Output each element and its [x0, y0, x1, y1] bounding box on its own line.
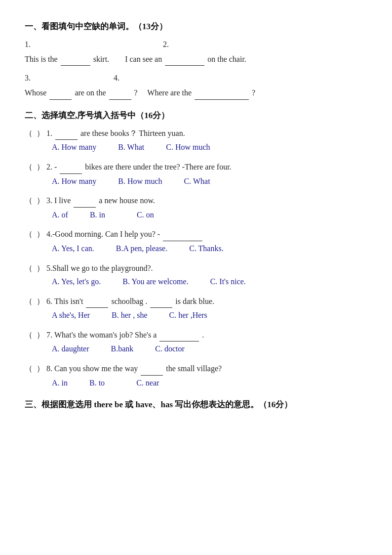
section-2-title: 二、选择填空,序号填入括号中（16分）: [25, 109, 367, 122]
fill-item-2: Whose are on the ? Where are the ?: [25, 86, 367, 100]
q3-optA: A. of: [52, 209, 68, 221]
q3-optC: C. on: [137, 209, 154, 221]
q1-text: are these books？ Thirteen yuan.: [80, 129, 185, 137]
question-1: （ ） 1. are these books？ Thirteen yuan.: [25, 127, 367, 140]
q6-optC: C. her ,Hers: [169, 309, 207, 322]
text-on-the-chair: on the chair.: [207, 55, 246, 63]
q7-optA: A. daughter: [52, 342, 89, 355]
q7-options: A. daughter B.bank C. doctor: [52, 342, 367, 355]
text-question1: ?: [134, 88, 138, 97]
q4-optA: A. Yes, I can.: [52, 242, 94, 255]
q8-optA: A. in: [52, 377, 68, 389]
q6-text: 6. This isn't: [46, 297, 85, 305]
q5-optB: B. You are welcome.: [122, 275, 188, 288]
num-1: 1.: [25, 38, 133, 51]
q1-num: 1.: [46, 129, 54, 137]
q6-text2: schoolbag .: [111, 297, 147, 305]
q8-optC: C. near: [136, 377, 159, 389]
question-5: （ ） 5.Shall we go to the playground?.: [25, 262, 367, 275]
q7-blank: [159, 329, 199, 342]
q7-optC: C. doctor: [155, 342, 185, 355]
num-2: 2.: [163, 38, 169, 51]
q8-text2: the small village?: [166, 364, 222, 373]
question-7: （ ） 7. What's the woman's job? She's a .: [25, 329, 367, 342]
text-whose: Whose: [25, 88, 46, 97]
q2-optC: C. What: [184, 175, 210, 188]
question-8: （ ） 8. Can you show me the way the small…: [25, 362, 367, 376]
text-where-are-the: Where are the: [147, 88, 192, 97]
blank-5: [195, 86, 249, 100]
q5-text: 5.Shall we go to the playground?.: [46, 264, 153, 272]
q3-num: 3. I live: [46, 196, 73, 205]
q1-paren: （ ）: [25, 129, 44, 137]
question-4: （ ） 4.-Good morning. Can I help you? -: [25, 228, 367, 241]
q5-optA: A. Yes, let's go.: [52, 275, 101, 288]
q6-optA: A she's, Her: [52, 309, 90, 322]
q4-num: 4.-Good morning. Can I help you? -: [46, 230, 160, 238]
q8-paren: （ ）: [25, 364, 44, 373]
question-2: （ ） 2. - bikes are there under the tree?…: [25, 161, 367, 174]
q4-blank: [163, 228, 202, 241]
q5-optC: C. It's nice.: [210, 275, 246, 288]
q4-optB: B.A pen, please.: [116, 242, 167, 255]
q1-optA: A. How many: [52, 141, 96, 154]
text-are-on-the: are on the: [75, 88, 106, 97]
q2-num: 2. -: [46, 163, 59, 171]
q7-text: 7. What's the woman's job? She's a: [46, 331, 158, 339]
q6-options: A she's, Her B. her , she C. her ,Hers: [52, 309, 367, 322]
section-3: 三、根据图意选用 there be 或 have、has 写出你想表达的意思。（…: [25, 398, 367, 411]
q3-blank: [74, 194, 96, 208]
q3-paren: （ ）: [25, 196, 44, 205]
q7-optB: B.bank: [111, 342, 134, 355]
q6-optB: B. her , she: [112, 309, 147, 322]
q6-blank2: [150, 295, 172, 308]
question-3: （ ） 3. I live a new house now.: [25, 194, 367, 208]
q4-options: A. Yes, I can. B.A pen, please. C. Thank…: [52, 242, 367, 255]
q5-options: A. Yes, let's go. B. You are welcome. C.…: [52, 275, 367, 288]
q2-optB: B. How much: [118, 175, 162, 188]
question-6: （ ） 6. This isn't schoolbag . is dark bl…: [25, 295, 367, 308]
q1-optB: B. What: [118, 141, 144, 154]
num-3: 3.: [25, 72, 84, 85]
q2-paren: （ ）: [25, 163, 44, 171]
text-i-can-see-an: I can see an: [125, 55, 162, 63]
q4-paren: （ ）: [25, 230, 44, 238]
q5-paren: （ ）: [25, 264, 44, 272]
q7-text2: .: [202, 331, 204, 339]
q2-text: bikes are there under the tree? -There a…: [85, 163, 231, 171]
q1-options: A. How many B. What C. How much: [52, 141, 367, 154]
q8-options: A. in B. to C. near: [52, 377, 367, 389]
q1-blank: [55, 127, 78, 140]
blank-4: [109, 86, 131, 100]
q3-text: a new house now.: [99, 196, 155, 205]
q3-options: A. of B. in C. on: [52, 209, 367, 221]
num-row-2: 3. 4.: [25, 72, 367, 85]
q7-paren: （ ）: [25, 331, 44, 339]
q6-text3: is dark blue.: [175, 297, 214, 305]
blank-1: [61, 53, 90, 66]
q4-optC: C. Thanks.: [189, 242, 223, 255]
q6-paren: （ ）: [25, 297, 44, 305]
q3-optB: B. in: [90, 209, 105, 221]
num-4: 4.: [114, 72, 119, 85]
q2-options: A. How many B. How much C. What: [52, 175, 367, 188]
section-1: 一、看图填句中空缺的单词。（13分） 1. 2. This is the ski…: [25, 20, 367, 100]
q8-text: 8. Can you show me the way: [46, 364, 140, 373]
num-row-1: 1. 2.: [25, 38, 367, 51]
q1-optC: C. How much: [166, 141, 210, 154]
section-2: 二、选择填空,序号填入括号中（16分） （ ） 1. are these boo…: [25, 109, 367, 389]
q6-blank1: [86, 295, 108, 308]
q8-blank: [141, 362, 163, 376]
q8-optB: B. to: [89, 377, 105, 389]
blank-3: [49, 86, 72, 100]
text-question2: ?: [252, 88, 255, 97]
blank-2: [165, 53, 204, 66]
q2-optA: A. How many: [52, 175, 96, 188]
q2-blank: [60, 161, 82, 174]
section-3-title: 三、根据图意选用 there be 或 have、has 写出你想表达的意思。（…: [25, 398, 367, 411]
section-1-title: 一、看图填句中空缺的单词。（13分）: [25, 20, 367, 33]
text-this-is-the: This is the: [25, 55, 58, 63]
text-skirt: skirt.: [93, 55, 109, 63]
fill-item-1: This is the skirt. I can see an on the c…: [25, 53, 367, 66]
